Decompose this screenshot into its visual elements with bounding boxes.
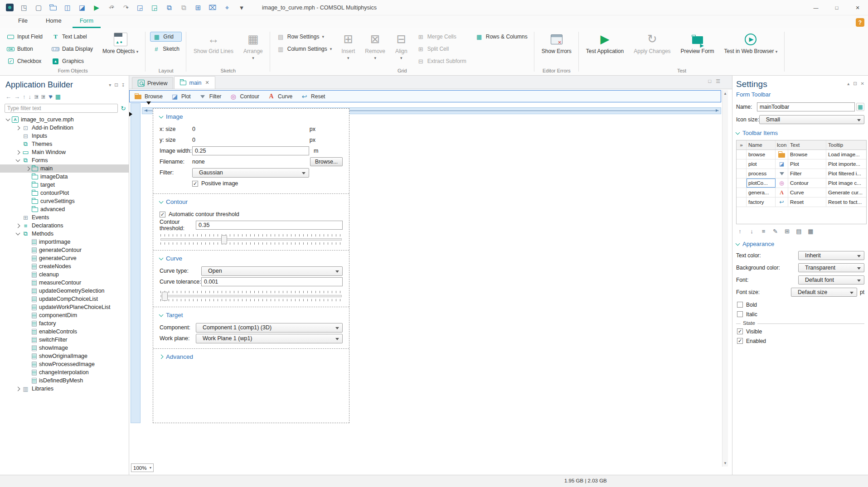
sketch-mode-button[interactable]: #Sketch [150, 44, 182, 54]
tree-item[interactable]: enableControls [0, 328, 129, 336]
main-toolbar-object[interactable]: Browse ◪ Plot Filter ◎ Contour A Curve [129, 90, 721, 102]
tree-item[interactable]: main [0, 164, 129, 173]
tree-item[interactable]: updateCompChoiceList [0, 295, 129, 303]
tree-expander-icon[interactable] [16, 158, 20, 162]
input-field-button[interactable]: Input Field [5, 32, 45, 42]
tree-item[interactable]: showProcessedImage [0, 360, 129, 368]
duplicate-icon[interactable]: ⊞▾ [193, 3, 203, 13]
tree-item[interactable]: importImage [0, 238, 129, 246]
checkbox-button[interactable]: ✓Checkbox [5, 56, 45, 66]
more-objects-button[interactable]: More Objects ▾ [100, 31, 141, 56]
main-form-canvas[interactable]: Image x: size0px y: size0px Image width:… [153, 108, 349, 423]
browse-button[interactable]: Browse... [310, 157, 343, 166]
test-application-button[interactable]: ▶ Test Application [583, 31, 626, 56]
bold-checkbox[interactable]: ✓ [737, 302, 743, 308]
forward-icon[interactable]: →▾ [14, 93, 20, 100]
tree-item[interactable]: componentDim [0, 311, 129, 319]
table-row[interactable]: plotCo... ◎ Contour Plot image c... [737, 178, 866, 188]
ribbon-tab[interactable]: Form [73, 15, 101, 28]
tree-item[interactable]: Add-in Definition [0, 124, 129, 132]
item-tooltip-cell[interactable]: Reset to fact... [826, 198, 866, 207]
auto-threshold-checkbox[interactable]: ✓ [160, 212, 165, 217]
column-settings-button[interactable]: ▥Column Settings ▾ [275, 44, 335, 54]
close-button[interactable]: ✕ [847, 0, 868, 15]
tree-item[interactable]: showOriginalImage [0, 352, 129, 360]
item-text-cell[interactable]: Curve [788, 188, 826, 197]
apply-changes-button[interactable]: ↻ Apply Changes [631, 31, 673, 56]
tree-item[interactable]: Methods [0, 230, 129, 238]
item-name-cell[interactable]: process [747, 169, 776, 178]
row-settings-button[interactable]: ▤Row Settings ▾ [275, 32, 335, 42]
help-button[interactable]: ? [856, 18, 864, 27]
table-grid-icon[interactable]: ▦ [807, 227, 815, 235]
filter-icon[interactable]: ▼▾ [48, 93, 53, 100]
contour-threshold-slider[interactable] [160, 234, 342, 245]
toolbar-item[interactable]: ◪ Plot [171, 93, 191, 100]
visible-checkbox[interactable]: ✓ [737, 328, 743, 334]
tree-expander-icon[interactable] [16, 125, 20, 130]
curve-tolerance-field[interactable]: 0.001 [201, 277, 343, 286]
zoom-level-dropdown[interactable]: 100%▾ [131, 463, 154, 472]
section-header-contour[interactable]: Contour [160, 198, 343, 205]
tree-item[interactable]: advanced [0, 205, 129, 213]
tree-item[interactable]: Forms [0, 156, 129, 164]
table-row[interactable]: genera... A Curve Generate cur... [737, 188, 866, 198]
tree-item[interactable]: Declarations [0, 222, 129, 230]
tree-item[interactable]: createNodes [0, 262, 129, 270]
view-grid-icon[interactable]: ▦▾ [55, 93, 61, 100]
filter-input[interactable]: Type filter text [5, 104, 118, 113]
ribbon-tab[interactable]: Home [39, 15, 69, 28]
section-header-image[interactable]: Image [160, 113, 343, 120]
appearance-header[interactable]: Appearance [736, 241, 864, 247]
section-header-advanced[interactable]: Advanced [160, 353, 343, 360]
rows-and-columns-button[interactable]: ▦Rows & Columns [473, 32, 530, 42]
float-settings-icon[interactable]: ⊡ [853, 81, 857, 86]
insert-item-icon[interactable]: ⊞ [783, 227, 791, 235]
tab-main[interactable]: main ✕ [174, 76, 215, 89]
test-in-web-browser-button[interactable]: ▶ Test in Web Browser ▾ [722, 31, 781, 56]
close-settings-icon[interactable]: ✕ [861, 81, 864, 86]
new-file-icon[interactable]: ▢▾ [34, 3, 44, 13]
tree-item[interactable]: Libraries [0, 385, 129, 393]
toolbar-item[interactable]: ◎ Contour [229, 93, 259, 100]
move-down-icon[interactable]: ↓▾ [29, 93, 32, 100]
merge-cells-button[interactable]: ⊞Merge Cells [415, 32, 469, 42]
item-text-cell[interactable]: Reset [788, 198, 826, 207]
tree-item[interactable]: switchFilter [0, 336, 129, 344]
preview-form-icon[interactable]: ◲▾ [150, 3, 160, 13]
canvas-vertical-scrollbar[interactable]: ▲ ▼ [722, 90, 728, 467]
tree-item[interactable]: updateWorkPlaneChoiceList [0, 303, 129, 311]
work-plane-dropdown[interactable]: Work Plane 1 (wp1) [196, 334, 343, 343]
component-dropdown[interactable]: Component 1 (comp1) (3D) [196, 323, 343, 333]
image-width-field[interactable]: 0.25 [192, 146, 309, 155]
tree-item[interactable]: showImage [0, 344, 129, 352]
icon-size-dropdown[interactable]: Small [759, 115, 864, 124]
tree-item[interactable]: Main Window [0, 148, 129, 156]
select-region-icon[interactable]: ⌖▾ [222, 3, 232, 13]
item-name-cell[interactable]: genera... [747, 188, 776, 197]
paste-icon[interactable]: ⧉▾ [179, 3, 189, 13]
arrange-button[interactable]: ▦ Arrange▾ [241, 31, 266, 62]
extract-subform-button[interactable]: ⊟Extract Subform [415, 56, 469, 66]
font-size-dropdown[interactable]: Default size [791, 288, 857, 297]
maximize-button[interactable]: □ [826, 0, 847, 15]
curve-type-dropdown[interactable]: Open [201, 266, 343, 276]
toolbar-item[interactable]: Filter [199, 93, 222, 100]
tree-expander-icon[interactable] [16, 231, 20, 236]
item-tooltip-cell[interactable]: Generate cur... [826, 188, 866, 197]
show-errors-button[interactable]: Show Errors [539, 31, 574, 56]
slider-thumb[interactable] [162, 292, 168, 301]
show-grid-lines-button[interactable]: ↔ Show Grid Lines [191, 31, 236, 56]
close-tab-icon[interactable]: ✕ [205, 80, 209, 86]
move-up-icon[interactable]: ↑▾ [23, 93, 26, 100]
tree-item[interactable]: factory [0, 319, 129, 328]
tree-expander-icon[interactable] [26, 166, 30, 171]
save-icon[interactable]: ◫▾ [63, 3, 73, 13]
tree-item[interactable]: Themes [0, 140, 129, 148]
save-as-icon[interactable]: ◪▾ [77, 3, 87, 13]
tree-item[interactable]: imageData [0, 173, 129, 181]
graphics-button[interactable]: ▲Graphics [49, 56, 95, 66]
tree-item[interactable]: image_to_curve.mph [0, 116, 129, 124]
open-file-icon[interactable]: ▾ [48, 3, 58, 13]
collapse-panel-icon[interactable]: ▾ [109, 82, 111, 87]
